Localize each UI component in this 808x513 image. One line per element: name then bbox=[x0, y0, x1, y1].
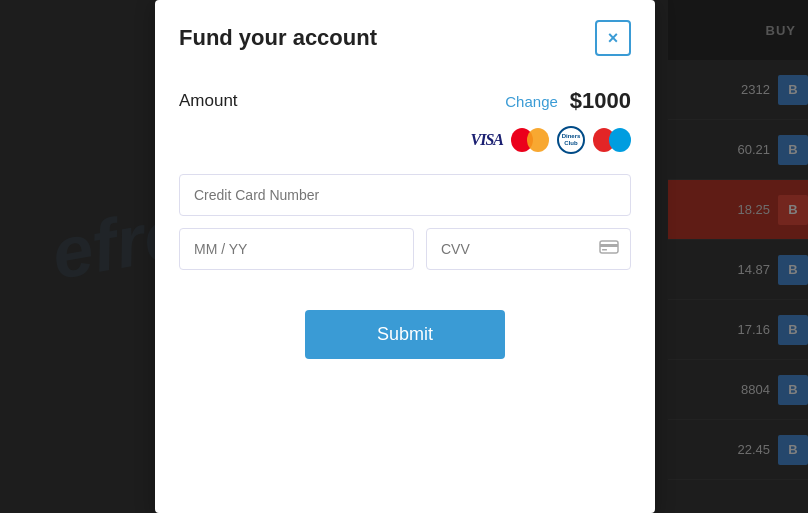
svg-rect-2 bbox=[602, 249, 607, 251]
cvv-wrapper bbox=[426, 228, 631, 270]
fund-account-modal: Fund your account × Amount Change $1000 … bbox=[155, 0, 655, 513]
visa-logo: VISA bbox=[471, 126, 503, 154]
change-link[interactable]: Change bbox=[505, 93, 558, 110]
card-icon bbox=[599, 240, 619, 258]
mastercard-logo bbox=[511, 126, 549, 154]
amount-label: Amount bbox=[179, 91, 238, 111]
visa-text: VISA bbox=[471, 131, 503, 149]
modal-header: Fund your account × bbox=[155, 0, 655, 72]
mae-right-circle bbox=[609, 128, 631, 152]
close-button[interactable]: × bbox=[595, 20, 631, 56]
modal-body: Amount Change $1000 VISA Diners bbox=[155, 72, 655, 383]
diners-circle: DinersClub bbox=[557, 126, 585, 154]
card-logos: VISA DinersClub bbox=[179, 126, 631, 154]
mc-right-circle bbox=[527, 128, 549, 152]
maestro-logo bbox=[593, 126, 631, 154]
amount-row: Amount Change $1000 bbox=[179, 88, 631, 114]
modal-title: Fund your account bbox=[179, 25, 377, 51]
credit-card-input[interactable] bbox=[179, 174, 631, 216]
expiry-cvv-row bbox=[179, 228, 631, 270]
svg-rect-1 bbox=[600, 244, 618, 247]
diners-club-logo: DinersClub bbox=[557, 126, 585, 154]
amount-value: $1000 bbox=[570, 88, 631, 114]
expiry-input[interactable] bbox=[179, 228, 414, 270]
submit-button[interactable]: Submit bbox=[305, 310, 505, 359]
amount-right: Change $1000 bbox=[505, 88, 631, 114]
